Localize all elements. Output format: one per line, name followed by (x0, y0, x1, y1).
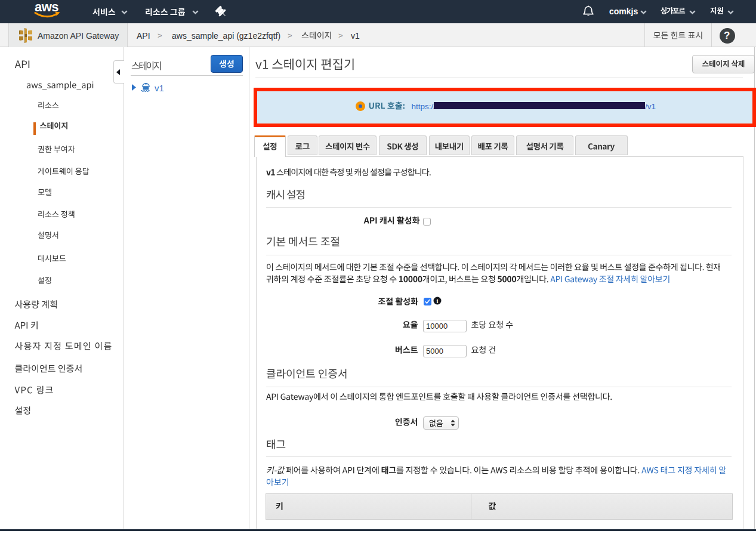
svg-text:i: i (436, 298, 438, 304)
